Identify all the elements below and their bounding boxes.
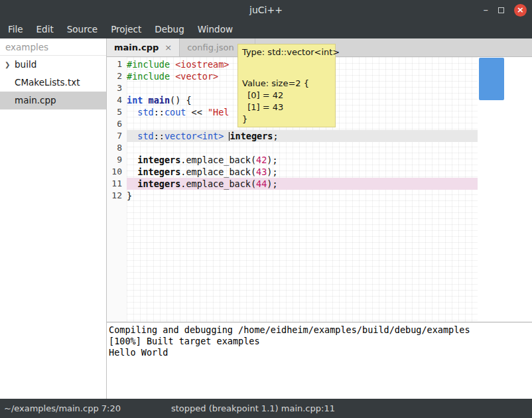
code-token: [170, 59, 175, 70]
code-token: #include: [127, 71, 170, 82]
line-number[interactable]: 7: [107, 130, 127, 142]
code-token: std: [137, 131, 153, 141]
code-token: main: [149, 95, 170, 105]
output-panel[interactable]: Compiling and debugging /home/eidheim/ex…: [107, 322, 532, 399]
window-title: juCi++: [0, 0, 532, 20]
code-token: );: [267, 155, 277, 165]
tab-close-icon[interactable]: ×: [165, 42, 172, 52]
maximize-icon: [498, 7, 504, 13]
tab-main-cpp[interactable]: main.cpp×: [107, 38, 180, 56]
sidebar-item-cmakelists-txt[interactable]: CMakeLists.txt: [0, 74, 106, 92]
minimize-button[interactable]: –: [484, 1, 489, 19]
code-token: 43: [256, 167, 267, 177]
code-token: [127, 131, 137, 141]
output-line: Hello World: [109, 347, 530, 358]
tooltip-value-line: Value: size=2 {: [242, 78, 331, 90]
window-controls: – ×: [484, 0, 527, 20]
app-window: juCi++ – × FileEditSourceProjectDebugWin…: [0, 0, 532, 418]
code-token: );: [267, 167, 277, 177]
code-token: "Hel: [208, 107, 230, 117]
code-token: integers: [137, 167, 180, 177]
menu-item-debug[interactable]: Debug: [148, 20, 190, 38]
code-token: [127, 155, 137, 165]
code-token: .emplace_back(: [180, 178, 256, 189]
code-token: 42: [256, 155, 267, 165]
menu-item-file[interactable]: File: [1, 20, 30, 38]
close-button[interactable]: ×: [514, 4, 527, 17]
output-line: [100%] Built target examples: [109, 336, 530, 347]
line-number[interactable]: 9: [107, 154, 127, 166]
code-line[interactable]: }: [127, 190, 478, 202]
line-number[interactable]: 3: [107, 82, 127, 94]
tooltip-values: Value: size=2 { [0] = 42 [1] = 43}: [242, 78, 331, 125]
minimap-viewport[interactable]: [479, 58, 504, 100]
code-token: ::: [154, 131, 165, 141]
sidebar-item-label: build: [0, 56, 106, 74]
code-line[interactable]: integers.emplace_back(43);: [127, 166, 478, 178]
code-token: [224, 131, 229, 141]
code-token: );: [267, 178, 277, 189]
debug-tooltip: Type: std::vector<int> Value: size=2 { […: [237, 44, 336, 127]
code-line[interactable]: std::vector<int> integers;: [127, 130, 478, 142]
tooltip-value-line: [0] = 42: [242, 90, 331, 102]
file-browser-sidebar: examples ❯buildCMakeLists.txtmain.cpp: [0, 38, 107, 399]
tooltip-value-line: [1] = 43: [242, 102, 331, 113]
menu-item-source[interactable]: Source: [60, 20, 104, 38]
code-token: [143, 95, 148, 105]
code-token: integers: [137, 155, 180, 165]
code-token: [127, 107, 137, 117]
status-debug-state: stopped (breakpoint 1.1) main.cpp:11: [171, 399, 335, 418]
code-token: <<: [186, 107, 208, 117]
line-number[interactable]: 8: [107, 142, 127, 154]
code-token: [127, 178, 137, 189]
line-number[interactable]: 2: [107, 70, 127, 82]
code-token: () {: [170, 95, 192, 105]
code-token: [170, 71, 175, 82]
menu-item-project[interactable]: Project: [104, 20, 148, 38]
output-line: Compiling and debugging /home/eidheim/ex…: [109, 324, 530, 336]
menu-bar: FileEditSourceProjectDebugWindow: [0, 20, 532, 38]
line-number[interactable]: 1: [107, 58, 127, 70]
title-bar: juCi++ – ×: [0, 0, 532, 20]
code-line[interactable]: integers.emplace_back(44);: [127, 178, 478, 190]
tooltip-type-line: Type: std::vector<int>: [242, 46, 331, 58]
maximize-button[interactable]: [498, 7, 504, 13]
chevron-right-icon[interactable]: ❯: [5, 56, 10, 74]
file-tree: ❯buildCMakeLists.txtmain.cpp: [0, 56, 106, 109]
code-token: }: [127, 190, 132, 201]
code-token: int: [127, 95, 143, 105]
code-token: ;: [273, 131, 279, 141]
menu-item-edit[interactable]: Edit: [30, 20, 60, 38]
menu-item-window[interactable]: Window: [191, 20, 239, 38]
line-number[interactable]: 10: [107, 166, 127, 178]
code-token: <iostream>: [175, 59, 229, 70]
code-token: std: [137, 107, 153, 117]
code-line[interactable]: integers.emplace_back(42);: [127, 154, 478, 166]
sidebar-item-label: main.cpp: [0, 92, 106, 109]
gutter: 123456789101112: [107, 57, 127, 322]
project-folder-header: examples: [0, 38, 106, 56]
code-token: integers: [230, 131, 273, 141]
code-token: vector<int>: [165, 131, 224, 141]
code-token: .emplace_back(: [180, 167, 256, 177]
line-number[interactable]: 12: [107, 190, 127, 202]
code-token: <vector>: [175, 71, 218, 82]
code-token: ::: [154, 107, 165, 117]
code-token: [127, 167, 137, 177]
code-token: integers: [137, 178, 180, 189]
line-number[interactable]: 4: [107, 94, 127, 106]
minimap[interactable]: [478, 57, 532, 322]
code-token: #include: [127, 59, 170, 70]
sidebar-item-main-cpp[interactable]: main.cpp: [0, 92, 106, 109]
sidebar-item-build[interactable]: ❯build: [0, 56, 106, 74]
tab-label: config.json: [187, 42, 234, 52]
code-token: .emplace_back(: [180, 155, 256, 165]
status-bar: ~/examples/main.cpp 7:20 stopped (breakp…: [0, 399, 532, 418]
tab-label: main.cpp: [114, 42, 159, 52]
line-number[interactable]: 6: [107, 118, 127, 130]
sidebar-item-label: CMakeLists.txt: [0, 74, 106, 92]
code-line[interactable]: [127, 142, 478, 154]
line-number[interactable]: 11: [107, 178, 127, 190]
code-token: cout: [165, 107, 186, 117]
line-number[interactable]: 5: [107, 106, 127, 118]
